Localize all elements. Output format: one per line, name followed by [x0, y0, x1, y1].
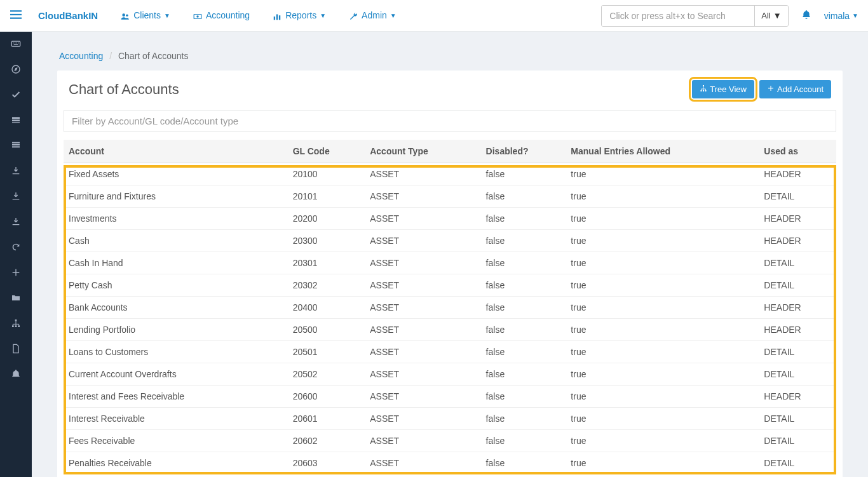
cell-used: DETAIL: [759, 363, 836, 386]
cell-gl: 20101: [288, 185, 365, 208]
page-title: Chart of Accounts: [69, 81, 179, 98]
side-chart[interactable]: [0, 311, 32, 337]
tree-view-button[interactable]: Tree View: [692, 80, 754, 98]
keyboard-icon: [11, 39, 21, 51]
cell-used: DETAIL: [759, 185, 836, 208]
search-input[interactable]: [602, 6, 754, 26]
th-gl[interactable]: GL Code: [288, 140, 365, 163]
cell-gl: 20200: [288, 208, 365, 230]
individual-collection-icon: [11, 140, 21, 152]
plus-icon: [11, 267, 21, 279]
svg-rect-13: [17, 43, 17, 43]
table-row[interactable]: Penalties Receivable20603ASSETfalsetrueD…: [64, 452, 836, 474]
cell-account: Fees Receivable: [64, 430, 288, 452]
nav-clients[interactable]: Clients ▼: [111, 4, 180, 27]
breadcrumb-parent[interactable]: Accounting: [59, 51, 103, 61]
svg-rect-30: [705, 90, 707, 91]
search-scope-button[interactable]: All ▼: [754, 6, 787, 26]
cell-account: Current Account Overdrafts: [64, 363, 288, 386]
nav-reports[interactable]: Reports ▼: [262, 4, 336, 27]
cell-used: DETAIL: [759, 452, 836, 474]
table-row[interactable]: Fixed Assets20100ASSETfalsetrueHEADER: [64, 163, 836, 185]
users-icon: [120, 10, 130, 20]
th-account[interactable]: Account: [64, 140, 288, 163]
side-individual-collection[interactable]: [0, 133, 32, 159]
panel-head: Chart of Accounts Tree View Add Account: [57, 71, 843, 105]
cell-type: ASSET: [365, 386, 480, 408]
caret-down-icon: ▼: [320, 12, 326, 19]
cell-gl: 20300: [288, 230, 365, 252]
side-download1[interactable]: [0, 159, 32, 184]
table-row[interactable]: Investments20200ASSETfalsetrueHEADER: [64, 208, 836, 230]
table-row[interactable]: Interest and Fees Receivable20600ASSETfa…: [64, 386, 836, 408]
th-used[interactable]: Used as: [759, 140, 836, 163]
cell-disabled: false: [481, 341, 566, 363]
cell-used: DETAIL: [759, 408, 836, 430]
cell-type: ASSET: [365, 185, 480, 208]
table-row[interactable]: Lending Portfolio20500ASSETfalsetrueHEAD…: [64, 319, 836, 341]
left-sidebar: [0, 32, 32, 477]
nav-clients-label: Clients: [133, 10, 161, 20]
wrench-icon: [348, 10, 358, 20]
th-disabled[interactable]: Disabled?: [481, 140, 566, 163]
table-row[interactable]: Interest Receivable20601ASSETfalsetrueDE…: [64, 408, 836, 430]
nav-admin-label: Admin: [362, 10, 387, 20]
cell-disabled: false: [481, 274, 566, 297]
table-row[interactable]: Fees Receivable20602ASSETfalsetrueDETAIL: [64, 430, 836, 452]
svg-point-3: [123, 13, 126, 17]
side-file[interactable]: [0, 337, 32, 362]
cell-type: ASSET: [365, 341, 480, 363]
table-row[interactable]: Furniture and Fixtures20101ASSETfalsetru…: [64, 185, 836, 208]
side-bell[interactable]: [0, 362, 32, 387]
side-accruals[interactable]: [0, 235, 32, 260]
user-name: vimala: [824, 11, 850, 21]
th-type[interactable]: Account Type: [365, 140, 480, 163]
cell-disabled: false: [481, 185, 566, 208]
side-folder[interactable]: [0, 286, 32, 311]
svg-rect-10: [11, 41, 20, 46]
cell-manual: true: [566, 208, 759, 230]
sitemap-icon: [700, 84, 707, 94]
cell-gl: 20100: [288, 163, 365, 185]
cell-manual: true: [566, 297, 759, 319]
table-row[interactable]: Current Account Overdrafts20502ASSETfals…: [64, 363, 836, 386]
add-account-button[interactable]: Add Account: [759, 80, 831, 98]
th-manual[interactable]: Manual Entries Allowed: [566, 140, 759, 163]
table-row[interactable]: Loans to Customers20501ASSETfalsetrueDET…: [64, 341, 836, 363]
cell-manual: true: [566, 452, 759, 474]
nav-admin[interactable]: Admin ▼: [339, 4, 406, 27]
bars-icon: [10, 9, 22, 22]
side-collection[interactable]: [0, 108, 32, 133]
side-keyboard[interactable]: [0, 32, 32, 57]
cell-used: DETAIL: [759, 430, 836, 452]
filter-input[interactable]: [64, 110, 836, 132]
cell-gl: 20400: [288, 297, 365, 319]
table-row[interactable]: Bank Accounts20400ASSETfalsetrueHEADER: [64, 297, 836, 319]
menu-toggle[interactable]: [0, 0, 32, 32]
nav-accounting[interactable]: Accounting: [183, 4, 259, 27]
table-row[interactable]: Petty Cash20302ASSETfalsetrueDETAIL: [64, 274, 836, 297]
caret-down-icon: ▼: [390, 12, 397, 19]
side-download3[interactable]: [0, 210, 32, 235]
svg-rect-26: [18, 325, 20, 327]
cell-type: ASSET: [365, 363, 480, 386]
svg-rect-24: [12, 325, 14, 327]
notifications-button[interactable]: [789, 10, 824, 22]
svg-rect-25: [15, 325, 17, 327]
side-journal[interactable]: [0, 260, 32, 286]
cell-disabled: false: [481, 163, 566, 185]
svg-rect-21: [12, 144, 20, 145]
accounts-table: Account GL Code Account Type Disabled? M…: [64, 140, 836, 474]
caret-down-icon: ▼: [773, 11, 782, 20]
folder-icon: [11, 293, 21, 305]
side-checker[interactable]: [0, 83, 32, 108]
cell-disabled: false: [481, 297, 566, 319]
table-row[interactable]: Cash20300ASSETfalsetrueHEADER: [64, 230, 836, 252]
table-row[interactable]: Cash In Hand20301ASSETfalsetrueDETAIL: [64, 252, 836, 274]
brand[interactable]: CloudBankIN: [32, 10, 111, 21]
download-icon: [11, 217, 21, 229]
user-menu[interactable]: vimala ▼: [824, 11, 858, 21]
svg-rect-27: [703, 85, 704, 86]
side-download2[interactable]: [0, 184, 32, 210]
side-nav[interactable]: [0, 57, 32, 83]
